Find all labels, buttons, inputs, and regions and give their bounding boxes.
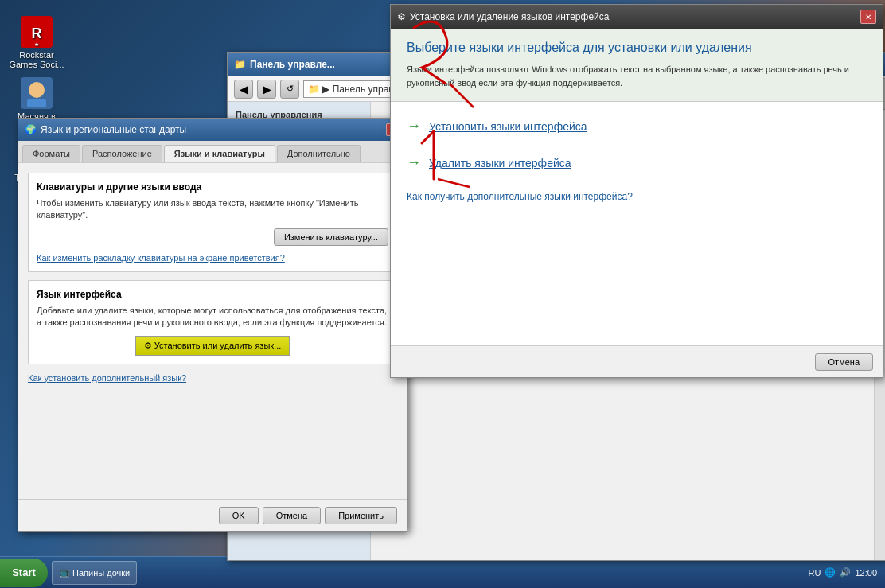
svg-text:R: R	[32, 25, 42, 41]
install-lang-panel: ⚙ Установка или удаление языков интерфей…	[390, 4, 883, 378]
install-panel-icon: ⚙	[397, 11, 406, 22]
lang-dialog-icon: 🌍	[25, 124, 37, 135]
install-arrow-icon: →	[407, 118, 421, 134]
rockstar-label: Rockstar Games Soci...	[8, 50, 65, 69]
rockstar-icon: R ★	[21, 16, 53, 48]
keyboard-section-desc: Чтобы изменить клавиатуру или язык ввода…	[37, 197, 388, 222]
lang-dialog-titlebar: 🌍 Язык и региональные стандарты ✕	[18, 119, 407, 141]
install-panel-desc: Языки интерфейса позволяют Windows отобр…	[407, 63, 867, 89]
change-keyboard-button[interactable]: Изменить клавиатуру...	[274, 228, 388, 246]
install-panel-body: → Установить языки интерфейса → Удалить …	[391, 102, 883, 218]
masyana-icon	[21, 77, 53, 109]
taskbar-item-icon: 📺	[59, 567, 70, 578]
forward-button[interactable]: ▶	[257, 80, 276, 99]
svg-rect-5	[27, 99, 46, 107]
tray-icon-network: 🌐	[825, 567, 836, 578]
install-cancel-button[interactable]: Отмена	[815, 353, 873, 371]
svg-point-4	[29, 82, 45, 98]
lang-dialog-title-text: Язык и региональные стандарты	[41, 124, 186, 135]
tray-icon-lang: RU	[809, 568, 821, 578]
keyboard-section: Клавиатуры и другие языки ввода Чтобы из…	[28, 173, 397, 272]
tab-languages[interactable]: Языки и клавиатуры	[164, 145, 275, 162]
remove-lang-text[interactable]: Удалить языки интерфейса	[429, 157, 571, 169]
refresh-button[interactable]: ↺	[280, 80, 299, 99]
taskbar: Start 📺 Папины дочки RU 🌐 🔊 12:00	[0, 556, 885, 588]
interface-lang-desc: Добавьте или удалите языки, которые могу…	[37, 305, 388, 329]
folder-icon: 📁	[234, 59, 246, 70]
install-panel-footer: Отмена	[391, 345, 883, 377]
apply-button[interactable]: Применить	[325, 507, 397, 524]
get-more-langs-link[interactable]: Как получить дополнительные языки интерф…	[407, 191, 633, 202]
address-icon: 📁	[308, 84, 320, 95]
install-lang-link[interactable]: Как установить дополнительный язык?	[28, 373, 186, 383]
install-remove-lang-button[interactable]: ⚙ Установить или удалить язык...	[135, 336, 290, 356]
install-panel-heading: Выберите языки интерфейса для установки …	[407, 41, 867, 55]
interface-lang-section: Язык интерфейса Добавьте или удалите язы…	[28, 280, 397, 364]
ok-button[interactable]: OK	[219, 507, 259, 524]
install-lang-option[interactable]: → Установить языки интерфейса	[407, 118, 867, 134]
install-panel-header: Выберите языки интерфейса для установки …	[391, 29, 883, 102]
back-button[interactable]: ◀	[234, 80, 253, 99]
tray-time: 12:00	[855, 568, 877, 578]
lang-dialog-footer: OK Отмена Применить	[18, 499, 407, 531]
lang-regional-dialog: 🌍 Язык и региональные стандарты ✕ Формат…	[18, 118, 407, 532]
taskbar-item-papiny[interactable]: 📺 Папины дочки	[52, 561, 137, 585]
tab-formats[interactable]: Форматы	[22, 145, 80, 162]
keyboard-section-title: Клавиатуры и другие языки ввода	[37, 181, 388, 193]
install-lang-text[interactable]: Установить языки интерфейса	[429, 120, 587, 133]
install-panel-title: Установка или удаление языков интерфейса	[410, 11, 609, 22]
tab-additional[interactable]: Дополнительно	[277, 145, 361, 162]
interface-lang-title: Язык интерфейса	[37, 289, 388, 300]
start-button[interactable]: Start	[0, 559, 48, 587]
lang-dialog-title: 🌍 Язык и региональные стандарты	[25, 124, 186, 135]
keyboard-layout-link[interactable]: Как изменить раскладку клавиатуры на экр…	[37, 253, 285, 263]
taskbar-tray: RU 🌐 🔊 12:00	[801, 567, 885, 578]
install-panel-titlebar: ⚙ Установка или удаление языков интерфей…	[391, 5, 883, 29]
tray-icon-volume: 🔊	[840, 567, 851, 578]
taskbar-items: 📺 Папины дочки	[48, 561, 801, 585]
lang-dialog-tabs: Форматы Расположение Языки и клавиатуры …	[18, 141, 407, 163]
remove-lang-option[interactable]: → Удалить языки интерфейса	[407, 154, 867, 171]
install-panel-close[interactable]: ✕	[860, 10, 876, 24]
cp-title: Панель управле...	[250, 59, 335, 70]
desktop-icon-rockstar[interactable]: R ★ Rockstar Games Soci...	[8, 16, 65, 69]
remove-arrow-icon: →	[407, 154, 421, 171]
tab-location[interactable]: Расположение	[82, 145, 162, 162]
cancel-button[interactable]: Отмена	[263, 507, 321, 524]
lang-dialog-content: Клавиатуры и другие языки ввода Чтобы из…	[18, 163, 407, 393]
svg-text:★: ★	[34, 41, 39, 47]
taskbar-item-label: Папины дочки	[72, 568, 130, 578]
